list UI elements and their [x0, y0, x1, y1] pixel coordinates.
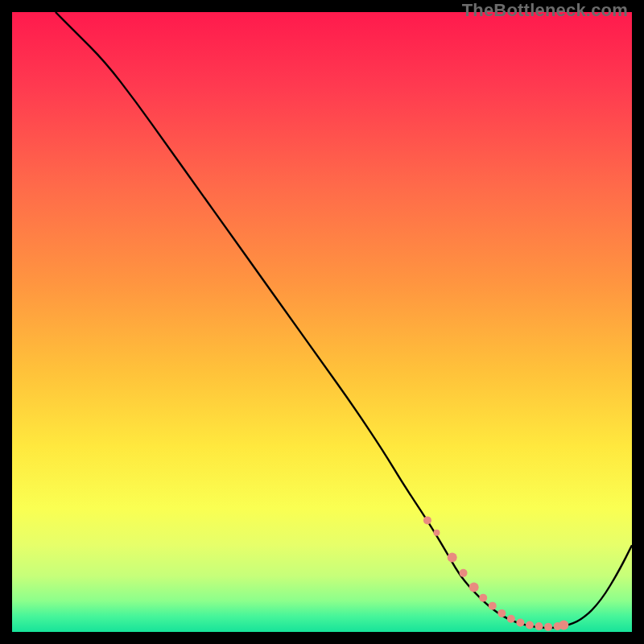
sweet-spot-dot: [507, 615, 515, 623]
sweet-spot-dot: [479, 594, 487, 602]
sweet-spot-dot: [460, 569, 468, 577]
sweet-spot-dot: [516, 618, 524, 626]
bottleneck-chart: [12, 12, 632, 632]
sweet-spot-dot: [535, 622, 543, 630]
sweet-spot-dot: [448, 553, 457, 563]
attribution-label: TheBottleneck.com: [462, 0, 628, 21]
sweet-spot-dot: [559, 621, 568, 630]
sweet-spot-dot: [423, 516, 431, 524]
sweet-spot-dot: [526, 621, 534, 630]
sweet-spot-dot: [469, 583, 479, 592]
heatmap-background: [12, 12, 632, 632]
sweet-spot-dot: [544, 623, 552, 631]
sweet-spot-dot: [497, 609, 506, 617]
sweet-spot-dot: [489, 602, 497, 610]
sweet-spot-dot: [433, 530, 440, 536]
